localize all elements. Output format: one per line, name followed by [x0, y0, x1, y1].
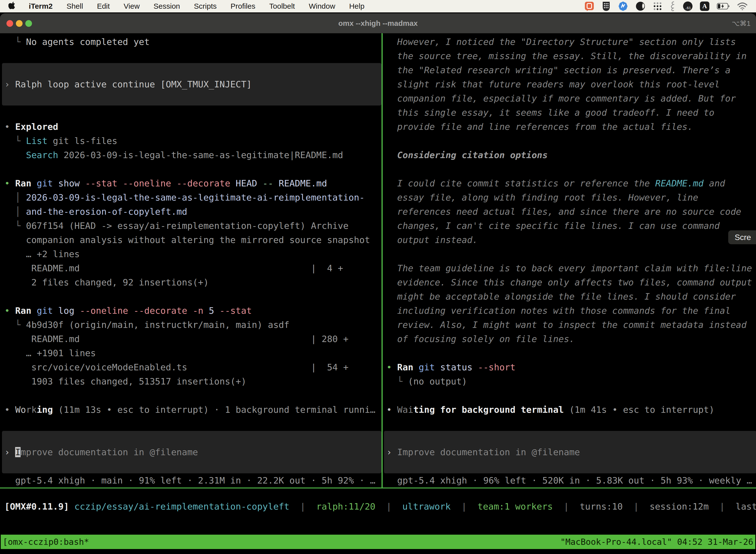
blank-line — [4, 162, 380, 176]
thinking-prose: might be acceptable alongside the file l… — [386, 289, 756, 303]
screen-share-icon[interactable] — [584, 1, 594, 11]
minimize-button[interactable] — [16, 20, 22, 27]
screen-capture-overlay-label: Scre — [735, 233, 751, 242]
window-title: omx --xhigh --madmax — [338, 19, 418, 27]
menu-status-icons: ..61 A — [584, 1, 748, 11]
zoom-button[interactable] — [25, 20, 32, 27]
macos-menu-bar: iTerm2ShellEditViewSessionScriptsProfile… — [0, 0, 756, 12]
menu-item-view[interactable]: View — [124, 2, 140, 10]
left-prompt-input[interactable]: › Improve documentation in @filename — [2, 431, 381, 473]
menu-item-profiles[interactable]: Profiles — [231, 2, 255, 10]
commit-line: └ 067f154 (HEAD -> essay/ai-reimplementa… — [4, 219, 380, 233]
thinking-prose: the "Related research writing" section i… — [386, 63, 756, 77]
pane-divider-vertical[interactable] — [381, 33, 383, 488]
left-session-stats: gpt-5.4 xhigh · main · 91% left · 2.31M … — [4, 473, 380, 488]
thinking-prose: companion file, especially if more comme… — [386, 91, 756, 106]
cmd-wrap-2: │ and-the-erosion-of-copyleft.md — [4, 205, 380, 219]
log-commit: └ 4b9d30f (origin/main, instructkr/main,… — [4, 318, 380, 332]
close-button[interactable] — [6, 20, 13, 27]
iterm2-window: omx --xhigh --madmax ⌥⌘1 └ No agents com… — [0, 13, 756, 554]
squiggle-icon[interactable] — [670, 1, 676, 11]
menu-item-toolbelt[interactable]: Toolbelt — [269, 2, 295, 10]
thinking-prose: However, I noticed the "Directory Struct… — [386, 35, 756, 49]
right-prompt-input[interactable]: › Improve documentation in @filename — [384, 431, 756, 473]
ran-git-log: • Ran git log --oneline --decorate -n 5 … — [4, 303, 380, 318]
blue-badge-icon[interactable] — [618, 1, 628, 11]
thinking-prose: changes, I can't cite specific file line… — [386, 219, 756, 233]
count-badge-icon[interactable]: ..61 — [683, 1, 693, 11]
blank-line — [4, 417, 380, 431]
thinking-prose: output instead. — [386, 233, 756, 247]
thinking-prose: including verification notes with those … — [386, 303, 756, 318]
dark-disc-icon[interactable] — [635, 1, 645, 11]
thinking-prose: review. Also, I might want to inspect th… — [386, 318, 756, 332]
thinking-prose: provide file and line references from th… — [386, 120, 756, 134]
apple-logo-icon[interactable] — [8, 2, 17, 11]
log-stat-readme: README.md | 280 + — [4, 332, 380, 346]
menu-item-window[interactable]: Window — [309, 2, 335, 10]
tmux-host-clock: "MacBook-Pro-44.local" 04:52 31-Mar-26 — [560, 537, 753, 547]
blank-line — [386, 417, 756, 431]
explored-list: └ List git ls-files — [4, 134, 380, 148]
working-status: • Working (11m 13s • esc to interrupt) ·… — [4, 403, 380, 417]
blank-line — [4, 388, 380, 403]
thinking-prose: evidence. Since this change only affects… — [386, 275, 756, 289]
stat-readme: README.md | 4 + — [4, 261, 380, 275]
battery-icon[interactable] — [717, 3, 730, 9]
ran-git-show: • Ran git show --stat --oneline --decora… — [4, 176, 380, 190]
log-summary: 1903 files changed, 513517 insertions(+) — [4, 374, 380, 388]
thinking-prose: The team guideline is to back every impo… — [386, 261, 756, 275]
menu-item-scripts[interactable]: Scripts — [194, 2, 217, 10]
explored-header: • Explored — [4, 120, 380, 134]
input-text: › Improve documentation in @filename — [4, 445, 198, 459]
log-stat-voice: src/voice/voiceModeEnabled.ts | 54 + — [4, 360, 380, 374]
wifi-icon[interactable] — [737, 2, 748, 10]
blank-line — [386, 247, 756, 261]
menu-item-help[interactable]: Help — [349, 2, 365, 10]
dots-grid-icon[interactable] — [653, 1, 662, 11]
blank-line — [386, 134, 756, 148]
pane-divider-horizontal[interactable] — [0, 488, 756, 489]
menu-item-edit[interactable]: Edit — [97, 2, 110, 10]
blank-line — [4, 49, 380, 63]
input-text: › Ralph loop active continue [OMX_TMUX_I… — [4, 77, 252, 91]
right-agent-pane[interactable]: However, I noticed the "Directory Struct… — [386, 35, 756, 488]
thinking-heading: Considering citation options — [386, 148, 756, 162]
elided-lines: … +2 lines — [4, 247, 380, 261]
left-agent-pane[interactable]: └ No agents completed yet› Ralph loop ac… — [4, 35, 380, 488]
menu-items: iTerm2ShellEditViewSessionScriptsProfile… — [29, 2, 364, 10]
thinking-prose: I could cite commit statistics or refere… — [386, 176, 756, 190]
tmux-status-bar: [omx-cczip0:bash* "MacBook-Pro-44.local"… — [1, 535, 755, 549]
keypad-shield-icon[interactable] — [602, 1, 611, 11]
terminal-content[interactable]: └ No agents completed yet› Ralph loop ac… — [0, 33, 756, 554]
log-elided: … +1901 lines — [4, 346, 380, 360]
cmd-wrap-1: │ 2026-03-09-is-legal-the-same-as-legiti… — [4, 190, 380, 205]
blank-line — [386, 346, 756, 360]
menu-item-session[interactable]: Session — [153, 2, 180, 10]
window-shortcut-badge: ⌥⌘1 — [732, 19, 751, 27]
tmux-session-label: [omx-cczip0:bash* — [3, 537, 89, 547]
menu-item-iterm2[interactable]: iTerm2 — [29, 2, 53, 10]
ran-git-status: • Ran git status --short — [386, 360, 756, 374]
left-injected-prompt-box[interactable]: › Ralph loop active continue [OMX_TMUX_I… — [2, 63, 381, 106]
status-output: └ (no output) — [386, 374, 756, 388]
agents-status-line: └ No agents completed yet — [4, 35, 380, 49]
menu-item-shell[interactable]: Shell — [66, 2, 83, 10]
blank-line — [4, 106, 380, 120]
screen-capture-overlay-button[interactable]: Scre — [728, 230, 756, 244]
thinking-prose: slight risk that future readers may over… — [386, 77, 756, 91]
blank-line — [386, 162, 756, 176]
omx-status-line: [OMX#0.11.9] cczip/essay/ai-reimplementa… — [4, 499, 756, 513]
waiting-status: • Waiting for background terminal (1m 41… — [386, 403, 756, 417]
thinking-prose: references need actual files, and since … — [386, 205, 756, 219]
window-title-bar[interactable]: omx --xhigh --madmax ⌥⌘1 — [0, 13, 756, 33]
thinking-prose: essay file, along with finding root file… — [386, 190, 756, 205]
alfred-a-icon[interactable]: A — [700, 1, 709, 11]
thinking-prose: the source tree, missing the essay. Stil… — [386, 49, 756, 63]
right-session-stats: gpt-5.4 xhigh · 96% left · 520K in · 5.8… — [386, 473, 756, 488]
blank-line — [4, 289, 380, 303]
thinking-prose: of focusing solely on file lines. — [386, 332, 756, 346]
stat-summary: 2 files changed, 92 insertions(+) — [4, 275, 380, 289]
input-text: › Improve documentation in @filename — [386, 445, 580, 459]
explored-search: Search 2026-03-09-is-legal-the-same-as-l… — [4, 148, 380, 162]
